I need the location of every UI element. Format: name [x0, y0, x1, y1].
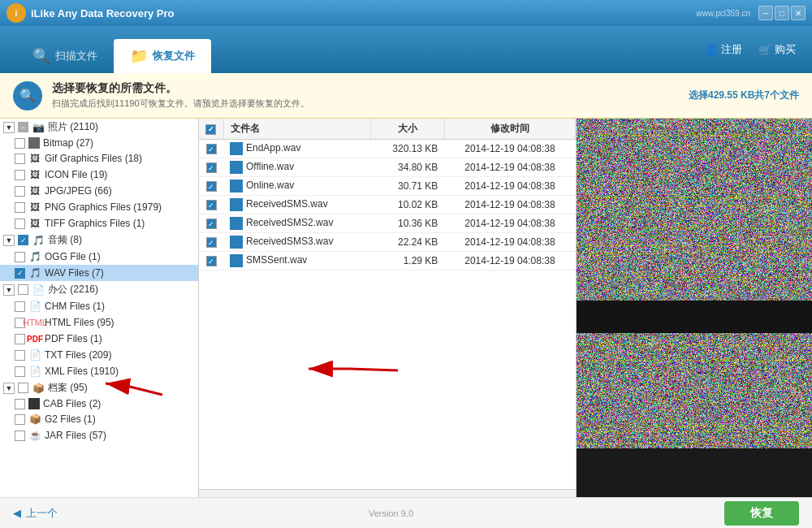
table-row[interactable]: ✓ ReceivedSMS.wav 10.02 KB 2014-12-19 04… — [199, 196, 576, 214]
tree-item-ogg[interactable]: 🎵 OGG File (1) — [0, 249, 198, 265]
checkbox-office[interactable] — [18, 284, 28, 295]
checkbox-jar[interactable] — [15, 431, 25, 441]
expand-archive[interactable]: ▼ — [3, 383, 15, 394]
checkbox-cab[interactable] — [15, 399, 25, 409]
tree-item-xml[interactable]: 📄 XML Files (1910) — [0, 363, 198, 379]
table-row[interactable]: ✓ ReceivedSMS3.wav 22.24 KB 2014-12-19 0… — [199, 233, 576, 252]
checkbox-archive[interactable] — [18, 383, 28, 393]
row-checkbox[interactable]: ✓ — [206, 256, 217, 266]
tree-item-html[interactable]: HTML HTML Files (95) — [0, 314, 198, 331]
info-icon: 🔍 — [13, 81, 42, 110]
row-checkbox[interactable]: ✓ — [206, 181, 217, 192]
tree-item-jpg[interactable]: 🖼 JPG/JPEG (66) — [0, 183, 198, 199]
buy-button[interactable]: 🛒 购买 — [758, 42, 796, 57]
row-checkbox[interactable]: ✓ — [206, 144, 217, 154]
row-checkbox[interactable]: ✓ — [206, 200, 217, 210]
checkbox-photos[interactable]: − — [18, 122, 28, 132]
html-icon: HTML — [28, 316, 41, 329]
gif-label: Gif Graphics Files (18) — [45, 153, 195, 164]
tree-item-jar[interactable]: ☕ JAR Files (57) — [0, 427, 198, 444]
table-row[interactable]: ✓ Online.wav 30.71 KB 2014-12-19 04:08:3… — [199, 177, 576, 196]
main-content: ▼ − 📷 照片 (2110) Bitmap (27) 🖼 Gif Graphi… — [0, 119, 812, 497]
audio-label: 音频 (8) — [48, 233, 195, 247]
tree-item-audio[interactable]: ▼ ✓ 🎵 音频 (8) — [0, 232, 198, 249]
col-size[interactable]: 大小 — [370, 119, 444, 140]
table-row[interactable]: ✓ Offline.wav 34.80 KB 2014-12-19 04:08:… — [199, 158, 576, 177]
back-arrow-icon: ◀ — [13, 507, 21, 519]
col-date[interactable]: 修改时间 — [444, 119, 575, 140]
checkbox-jpg[interactable] — [15, 186, 25, 197]
tree-item-gif[interactable]: 🖼 Gif Graphics Files (18) — [0, 150, 198, 167]
register-button[interactable]: 👤 注册 — [705, 42, 742, 57]
file-size: 34.80 KB — [370, 158, 444, 177]
checkbox-pdf[interactable] — [15, 334, 25, 344]
infobar-text: 选择要恢复的所需文件。 扫描完成后找到11190可恢复文件。请预览并选择要恢复的… — [52, 81, 689, 110]
office-label: 办公 (2216) — [48, 283, 195, 296]
tree-item-office[interactable]: ▼ 📄 办公 (2216) — [0, 281, 198, 298]
png-icon: 🖼 — [28, 201, 41, 214]
checkbox-tiff[interactable] — [15, 219, 25, 229]
file-size: 1.29 KB — [370, 252, 444, 270]
checkbox-chm[interactable] — [15, 301, 25, 312]
tree-item-pdf[interactable]: PDF PDF Files (1) — [0, 331, 198, 347]
file-size: 10.36 KB — [370, 214, 444, 233]
expand-office[interactable]: ▼ — [3, 284, 15, 296]
tree-item-gz[interactable]: 📦 G2 Files (1) — [0, 411, 198, 427]
close-button[interactable]: ✕ — [791, 6, 806, 20]
xml-icon: 📄 — [28, 365, 41, 378]
checkbox-gz[interactable] — [15, 414, 25, 425]
tree-item-wav[interactable]: ✓ 🎵 WAV Files (7) — [0, 265, 198, 281]
scan-icon: 🔍 — [32, 47, 50, 65]
checkbox-png[interactable] — [15, 202, 25, 213]
tree-item-icon[interactable]: 🖼 ICON File (19) — [0, 167, 198, 183]
tree-item-tiff[interactable]: 🖼 TIFF Graphics Files (1) — [0, 215, 198, 232]
tree-panel: ▼ − 📷 照片 (2110) Bitmap (27) 🖼 Gif Graphi… — [0, 119, 199, 497]
checkbox-gif[interactable] — [15, 154, 25, 164]
gif-icon: 🖼 — [28, 152, 41, 165]
checkbox-bitmap[interactable] — [15, 138, 25, 149]
jpg-icon: 🖼 — [28, 184, 41, 197]
maximize-button[interactable]: □ — [775, 6, 789, 20]
minimize-button[interactable]: ─ — [758, 6, 773, 20]
checkbox-audio[interactable]: ✓ — [18, 235, 28, 245]
table-row[interactable]: ✓ SMSSent.wav 1.29 KB 2014-12-19 04:08:3… — [199, 252, 576, 270]
file-date: 2014-12-19 04:08:38 — [444, 214, 575, 233]
icon-file-icon: 🖼 — [28, 168, 41, 181]
tree-item-txt[interactable]: 📄 TXT Files (209) — [0, 347, 198, 363]
preview-canvas — [577, 119, 812, 448]
tree-item-bitmap[interactable]: Bitmap (27) — [0, 136, 198, 150]
tree-item-photos[interactable]: ▼ − 📷 照片 (2110) — [0, 119, 198, 136]
back-button[interactable]: ◀ 上一个 — [13, 506, 58, 521]
file-table: ✓ 文件名 大小 修改时间 ✓ E — [199, 119, 576, 270]
checkbox-txt[interactable] — [15, 350, 25, 361]
tree-item-png[interactable]: 🖼 PNG Graphics Files (1979) — [0, 199, 198, 215]
row-checkbox[interactable]: ✓ — [206, 162, 217, 173]
checkbox-ogg[interactable] — [15, 252, 25, 262]
bottombar: ◀ 上一个 Version 9.0 恢复 — [0, 497, 812, 528]
tiff-icon: 🖼 — [28, 217, 41, 230]
watermark: www.pcl359.cn — [696, 9, 750, 18]
restore-button[interactable]: 恢复 — [724, 501, 799, 526]
expand-photos[interactable]: ▼ — [3, 122, 15, 133]
table-row[interactable]: ✓ ReceivedSMS2.wav 10.36 KB 2014-12-19 0… — [199, 214, 576, 233]
expand-audio[interactable]: ▼ — [3, 235, 15, 246]
row-checkbox[interactable]: ✓ — [206, 219, 217, 229]
preview-panel — [577, 119, 812, 497]
row-checkbox[interactable]: ✓ — [206, 237, 217, 248]
col-filename[interactable]: 文件名 — [223, 119, 370, 140]
bitmap-label: Bitmap (27) — [43, 137, 195, 149]
tree-item-chm[interactable]: 📄 CHM Files (1) — [0, 298, 198, 314]
tree-item-cab[interactable]: CAB Files (2) — [0, 396, 198, 411]
horizontal-scrollbar[interactable] — [199, 489, 576, 497]
wav-file-icon — [230, 198, 243, 211]
col-checkbox[interactable]: ✓ — [199, 119, 223, 140]
select-all-checkbox[interactable]: ✓ — [205, 124, 216, 135]
file-size: 10.02 KB — [370, 196, 444, 214]
tab-scan[interactable]: 🔍 扫描文件 — [16, 39, 114, 73]
checkbox-wav[interactable]: ✓ — [15, 268, 25, 279]
checkbox-xml[interactable] — [15, 366, 25, 377]
table-row[interactable]: ✓ EndApp.wav 320.13 KB 2014-12-19 04:08:… — [199, 140, 576, 158]
tree-item-archive[interactable]: ▼ 📦 档案 (95) — [0, 379, 198, 396]
tab-restore[interactable]: 📁 恢复文件 — [114, 39, 211, 73]
checkbox-icon[interactable] — [15, 170, 25, 180]
